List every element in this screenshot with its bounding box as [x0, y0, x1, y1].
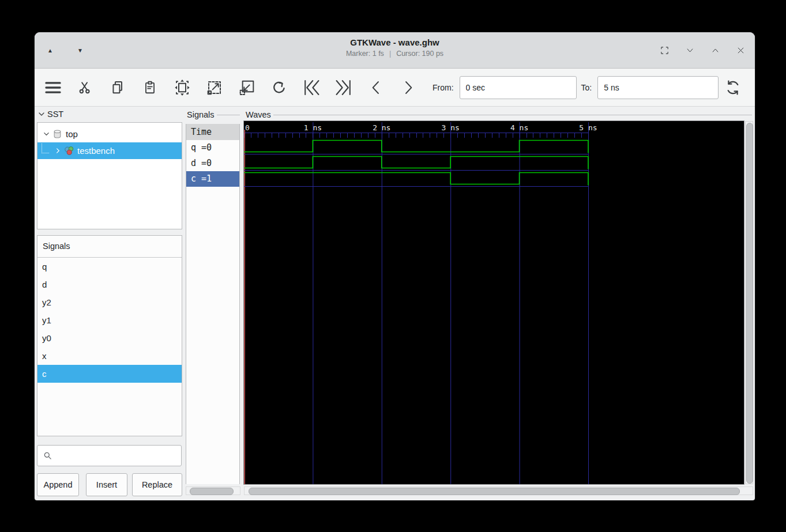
signal-list-header: Signals — [37, 236, 182, 258]
chevron-right-icon[interactable] — [54, 148, 62, 154]
gtkwave-window: ▲ ▼ GTKWave - wave.ghw Marker: 1 fs|Curs… — [35, 32, 755, 500]
undo-icon[interactable] — [266, 75, 292, 100]
zoom-out-icon[interactable] — [202, 75, 227, 100]
zoom-in-icon[interactable] — [234, 75, 260, 100]
window-title: GTKWave - wave.ghw — [35, 37, 755, 47]
component-icon — [52, 129, 63, 139]
waves-vscrollbar[interactable] — [745, 121, 753, 484]
subtitle-separator: | — [389, 50, 391, 58]
signal-list-item[interactable]: y0 — [37, 329, 182, 347]
scrollbar-thumb[interactable] — [746, 123, 753, 484]
replace-button[interactable]: Replace — [132, 473, 182, 496]
skip-to-start-icon[interactable] — [299, 75, 324, 100]
wave-canvas[interactable]: 01 ns2 ns3 ns4 ns5 ns — [244, 121, 744, 484]
cut-icon[interactable] — [73, 75, 98, 100]
step-back-icon[interactable] — [363, 75, 389, 100]
wave-signal-table: Time q =0 d =0 c =1 — [186, 124, 240, 484]
status-subtitle: Marker: 1 fs|Cursor: 190 ps — [35, 50, 755, 58]
wave-signal-row-selected[interactable]: c =1 — [186, 171, 239, 187]
svg-text:3 ns: 3 ns — [442, 123, 460, 132]
append-button[interactable]: Append — [37, 473, 79, 496]
tree-item-label: testbench — [77, 146, 115, 156]
fullscreen-icon[interactable] — [657, 43, 672, 58]
toolbar: From: To: — [35, 69, 755, 107]
svg-text:1 ns: 1 ns — [304, 123, 322, 132]
svg-text:4 ns: 4 ns — [510, 123, 528, 132]
titlebar[interactable]: ▲ ▼ GTKWave - wave.ghw Marker: 1 fs|Curs… — [35, 32, 755, 69]
wave-signal-row[interactable]: d =0 — [186, 156, 239, 171]
chevron-down-icon[interactable] — [42, 131, 50, 137]
tree-item-testbench[interactable]: testbench — [37, 142, 182, 159]
main-content: SST top — [35, 107, 755, 500]
search-icon — [43, 451, 52, 460]
from-input[interactable] — [460, 76, 577, 99]
signal-list-item-selected[interactable]: c — [37, 365, 182, 383]
signal-list-item[interactable]: y2 — [37, 293, 182, 311]
signal-list-item[interactable]: d — [37, 276, 182, 293]
insert-button[interactable]: Insert — [86, 473, 127, 496]
cursor-status: Cursor: 190 ps — [396, 50, 443, 58]
sst-expander[interactable]: SST — [38, 110, 63, 119]
signal-list: Signals q d y2 y1 y0 x c — [37, 235, 182, 436]
close-icon[interactable] — [733, 43, 748, 58]
sst-tree: top testbench — [37, 122, 182, 229]
wave-signal-row[interactable]: q =0 — [186, 140, 239, 156]
skip-to-end-icon[interactable] — [331, 75, 356, 100]
sst-header-label: SST — [47, 110, 63, 119]
minimize-icon[interactable] — [682, 43, 697, 58]
marker-status: Marker: 1 fs — [346, 50, 384, 58]
svg-text:5 ns: 5 ns — [579, 123, 597, 132]
step-forward-icon[interactable] — [396, 75, 421, 100]
signal-list-item[interactable]: x — [37, 347, 182, 365]
chevron-down-icon — [38, 111, 45, 118]
tree-connector — [42, 144, 49, 153]
to-label: To: — [581, 83, 592, 92]
waves-frame-label: Waves — [246, 110, 752, 119]
paste-icon[interactable] — [137, 75, 163, 100]
scrollbar-thumb[interactable] — [190, 488, 234, 495]
waves-hscrollbar[interactable] — [244, 486, 753, 495]
svg-text:0: 0 — [245, 123, 250, 132]
tree-item-label: top — [66, 129, 78, 139]
signal-list-item[interactable]: q — [37, 258, 182, 276]
signal-table-hscrollbar[interactable] — [186, 486, 240, 495]
screen: ▲ ▼ GTKWave - wave.ghw Marker: 1 fs|Curs… — [0, 0, 786, 532]
tree-item-top[interactable]: top — [37, 126, 182, 142]
wave-signals-frame-label: Signals — [187, 110, 240, 119]
scrollbar-thumb[interactable] — [249, 488, 740, 495]
maximize-icon[interactable] — [708, 43, 723, 58]
svg-text:2 ns: 2 ns — [373, 123, 390, 132]
to-input[interactable] — [597, 76, 719, 99]
time-header[interactable]: Time — [186, 124, 239, 140]
reload-icon[interactable] — [720, 75, 746, 100]
signal-list-item[interactable]: y1 — [37, 311, 182, 329]
module-icon — [64, 146, 74, 156]
search-input[interactable] — [56, 451, 181, 461]
signal-buttons: Append Insert Replace — [37, 473, 182, 496]
copy-icon[interactable] — [105, 75, 130, 100]
signal-search[interactable] — [37, 445, 182, 466]
menu-icon[interactable] — [40, 75, 66, 100]
zoom-fit-icon[interactable] — [170, 75, 195, 100]
from-label: From: — [433, 83, 454, 92]
